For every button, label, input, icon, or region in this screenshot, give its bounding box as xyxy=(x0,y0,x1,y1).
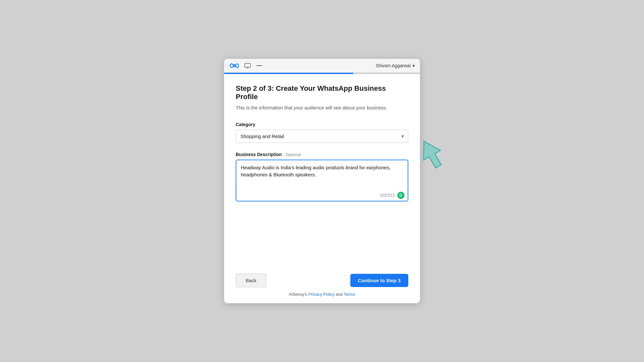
screen-background: Shivam Aggarwal ▾ Step 2 of 3: Create Yo… xyxy=(0,0,644,362)
back-button[interactable]: Back xyxy=(236,274,266,287)
category-section: Category Shopping and Retail Automotive … xyxy=(236,122,408,143)
step-title: Step 2 of 3: Create Your WhatsApp Busine… xyxy=(236,84,408,101)
category-dropdown[interactable]: Shopping and Retail Automotive Beauty, S… xyxy=(236,130,408,143)
buttons-row: Back Continue to Step 3 xyxy=(236,274,408,287)
privacy-policy-link[interactable]: Privacy Policy xyxy=(308,292,335,297)
step-subtitle: This is the information that your audien… xyxy=(236,104,408,112)
user-dropdown-arrow: ▾ xyxy=(412,63,415,68)
footer-links: AiSensy's Privacy Policy and Terms xyxy=(236,292,408,297)
footer-and: and xyxy=(335,292,344,297)
top-bar-left xyxy=(229,62,263,69)
modal-card: Shivam Aggarwal ▾ Step 2 of 3: Create Yo… xyxy=(224,59,420,303)
svg-rect-2 xyxy=(245,63,251,67)
category-dropdown-wrapper: Shopping and Retail Automotive Beauty, S… xyxy=(236,130,408,143)
continue-button[interactable]: Continue to Step 3 xyxy=(350,274,409,287)
description-textarea[interactable]: Headway Audio is India's leading audio p… xyxy=(236,160,408,189)
user-name: Shivam Aggarwal xyxy=(376,63,411,68)
footer-prefix: AiSensy's xyxy=(289,292,308,297)
category-label: Category xyxy=(236,122,408,127)
svg-marker-0 xyxy=(416,136,447,171)
meta-logo xyxy=(229,62,240,69)
optional-label: · Optional xyxy=(283,152,301,157)
minus-icon xyxy=(256,62,263,69)
textarea-footer: 102/512 G xyxy=(236,190,408,201)
monitor-icon xyxy=(244,62,251,69)
progress-bar-fill xyxy=(224,73,353,74)
description-textarea-wrapper: Headway Audio is India's leading audio p… xyxy=(236,160,408,201)
progress-bar-track xyxy=(224,73,420,74)
char-count: 102/512 xyxy=(380,193,395,198)
description-label: Business Description · Optional xyxy=(236,152,408,157)
user-menu[interactable]: Shivam Aggarwal ▾ xyxy=(376,63,415,68)
svg-marker-1 xyxy=(416,136,447,171)
grammarly-icon: G xyxy=(397,192,404,199)
content-area: Step 2 of 3: Create Your WhatsApp Busine… xyxy=(224,74,420,274)
top-bar: Shivam Aggarwal ▾ xyxy=(224,59,420,73)
bottom-section: Back Continue to Step 3 AiSensy's Privac… xyxy=(224,274,420,303)
description-section: Business Description · Optional Headway … xyxy=(236,152,408,201)
terms-link[interactable]: Terms xyxy=(344,292,355,297)
